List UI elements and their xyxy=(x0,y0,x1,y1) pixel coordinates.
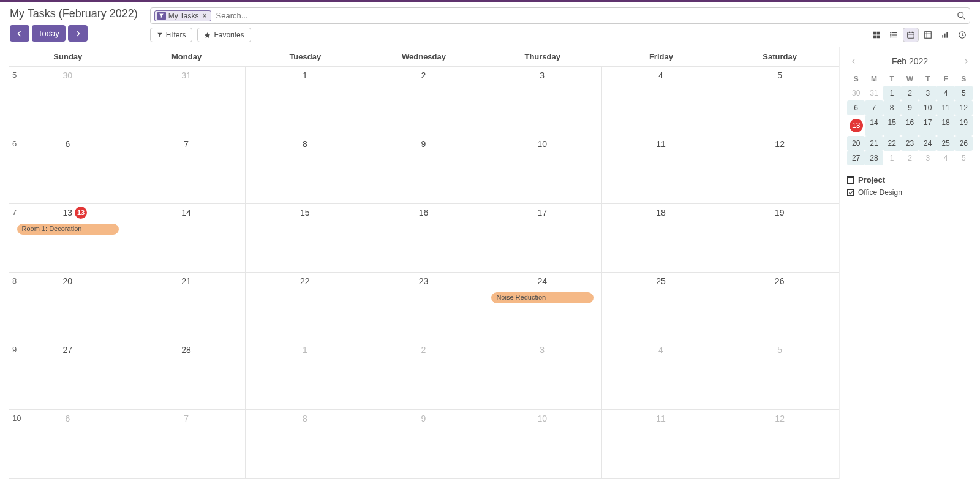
day-cell[interactable]: 17 xyxy=(483,204,602,272)
day-cell[interactable]: 22 xyxy=(246,273,364,341)
view-list-icon[interactable] xyxy=(886,28,902,42)
day-cell[interactable]: 1 xyxy=(246,341,364,409)
day-cell[interactable]: 18 xyxy=(602,204,721,272)
mini-day[interactable]: 3 xyxy=(919,86,937,100)
mini-prev-month[interactable] xyxy=(847,57,861,66)
day-cell[interactable]: 9 xyxy=(364,410,483,478)
day-cell[interactable]: 11 xyxy=(602,135,721,203)
day-cell[interactable]: 3 xyxy=(483,341,602,409)
mini-day[interactable]: 1 xyxy=(883,86,901,100)
mini-day[interactable]: 24 xyxy=(919,136,937,151)
day-cell[interactable]: 7 xyxy=(127,135,246,203)
view-activity-icon[interactable] xyxy=(954,28,970,42)
project-group-checkbox[interactable] xyxy=(847,176,854,184)
day-cell[interactable]: 19 xyxy=(720,204,839,272)
day-cell[interactable]: 6 xyxy=(9,410,127,478)
view-calendar-icon[interactable] xyxy=(903,28,919,42)
calendar-event[interactable]: Noise Reduction xyxy=(491,292,594,303)
day-cell[interactable]: 1313 xyxy=(9,204,127,272)
day-cell[interactable]: 5 xyxy=(720,341,839,409)
mini-day[interactable]: 17 xyxy=(919,115,937,136)
mini-day[interactable]: 10 xyxy=(919,100,937,115)
mini-day[interactable]: 23 xyxy=(901,136,919,151)
mini-day[interactable]: 21 xyxy=(865,136,883,151)
view-pivot-icon[interactable] xyxy=(920,28,936,42)
mini-day[interactable]: 15 xyxy=(883,115,901,136)
mini-day[interactable]: 5 xyxy=(955,151,973,165)
mini-day[interactable]: 28 xyxy=(865,151,883,165)
search-input[interactable] xyxy=(214,9,954,22)
chip-remove-icon[interactable]: × xyxy=(202,12,208,20)
today-button[interactable]: Today xyxy=(32,25,66,42)
filters-button[interactable]: Filters xyxy=(150,28,193,42)
mini-day[interactable]: 2 xyxy=(901,151,919,165)
day-cell[interactable]: 31 xyxy=(127,67,246,135)
mini-day[interactable]: 16 xyxy=(901,115,919,136)
day-cell[interactable]: 25 xyxy=(602,273,721,341)
next-period-button[interactable] xyxy=(68,25,88,42)
mini-day[interactable]: 26 xyxy=(955,136,973,151)
day-cell[interactable]: 7 xyxy=(127,410,246,478)
search-icon[interactable] xyxy=(957,11,966,20)
view-graph-icon[interactable] xyxy=(937,28,953,42)
mini-day[interactable]: 22 xyxy=(883,136,901,151)
day-cell[interactable]: 2 xyxy=(364,67,483,135)
day-cell[interactable]: 2 xyxy=(364,341,483,409)
day-cell[interactable]: 26 xyxy=(720,273,839,341)
day-cell[interactable]: 10 xyxy=(483,410,602,478)
mini-day[interactable]: 6 xyxy=(847,100,865,115)
mini-day[interactable]: 3 xyxy=(919,151,937,165)
day-cell[interactable]: 4 xyxy=(602,67,721,135)
day-cell[interactable]: 30 xyxy=(9,67,127,135)
filter-checkbox[interactable] xyxy=(847,189,854,196)
day-cell[interactable]: 24 xyxy=(483,273,602,341)
mini-day[interactable]: 9 xyxy=(901,100,919,115)
day-cell[interactable]: 27 xyxy=(9,341,127,409)
day-cell[interactable]: 15 xyxy=(246,204,364,272)
day-cell[interactable]: 8 xyxy=(246,135,364,203)
day-cell[interactable]: 12 xyxy=(720,135,839,203)
mini-day[interactable]: 7 xyxy=(865,100,883,115)
mini-day[interactable]: 20 xyxy=(847,136,865,151)
day-cell[interactable]: 5 xyxy=(720,67,839,135)
day-cell[interactable]: 1 xyxy=(246,67,364,135)
mini-day[interactable]: 12 xyxy=(955,100,973,115)
mini-day[interactable]: 30 xyxy=(847,86,865,100)
mini-day[interactable]: 2 xyxy=(901,86,919,100)
mini-day[interactable]: 4 xyxy=(937,86,954,100)
favorites-button[interactable]: Favorites xyxy=(197,28,251,42)
mini-day[interactable]: 18 xyxy=(937,115,954,136)
mini-day[interactable]: 27 xyxy=(847,151,865,165)
day-cell[interactable]: 11 xyxy=(602,410,721,478)
view-kanban-icon[interactable] xyxy=(869,28,884,42)
calendar-event[interactable]: Room 1: Decoration xyxy=(17,224,119,235)
day-cell[interactable]: 20 xyxy=(9,273,127,341)
day-cell[interactable]: 8 xyxy=(246,410,364,478)
search-filter-chip[interactable]: My Tasks × xyxy=(154,10,211,21)
prev-period-button[interactable] xyxy=(10,25,29,42)
mini-next-month[interactable] xyxy=(959,57,973,66)
day-cell[interactable]: 12 xyxy=(720,410,839,478)
mini-day[interactable]: 14 xyxy=(865,115,883,136)
mini-day-today[interactable]: 13 xyxy=(850,119,863,132)
day-cell[interactable]: 9 xyxy=(364,135,483,203)
day-cell[interactable]: 10 xyxy=(483,135,602,203)
day-cell[interactable]: 14 xyxy=(127,204,246,272)
day-cell[interactable]: 16 xyxy=(364,204,483,272)
day-cell[interactable]: 6 xyxy=(9,135,127,203)
day-cell[interactable]: 23 xyxy=(364,273,483,341)
mini-day[interactable]: 13 xyxy=(847,115,865,136)
search-bar[interactable]: My Tasks × xyxy=(150,7,970,24)
mini-day[interactable]: 5 xyxy=(955,86,973,100)
mini-day[interactable]: 8 xyxy=(883,100,901,115)
mini-day[interactable]: 11 xyxy=(937,100,954,115)
mini-day[interactable]: 4 xyxy=(937,151,954,165)
day-cell[interactable]: 3 xyxy=(483,67,602,135)
mini-day[interactable]: 31 xyxy=(865,86,883,100)
day-cell[interactable]: 28 xyxy=(127,341,246,409)
day-cell[interactable]: 21 xyxy=(127,273,246,341)
day-cell[interactable]: 4 xyxy=(602,341,721,409)
mini-day[interactable]: 1 xyxy=(883,151,901,165)
mini-day[interactable]: 25 xyxy=(937,136,954,151)
mini-day[interactable]: 19 xyxy=(955,115,973,136)
